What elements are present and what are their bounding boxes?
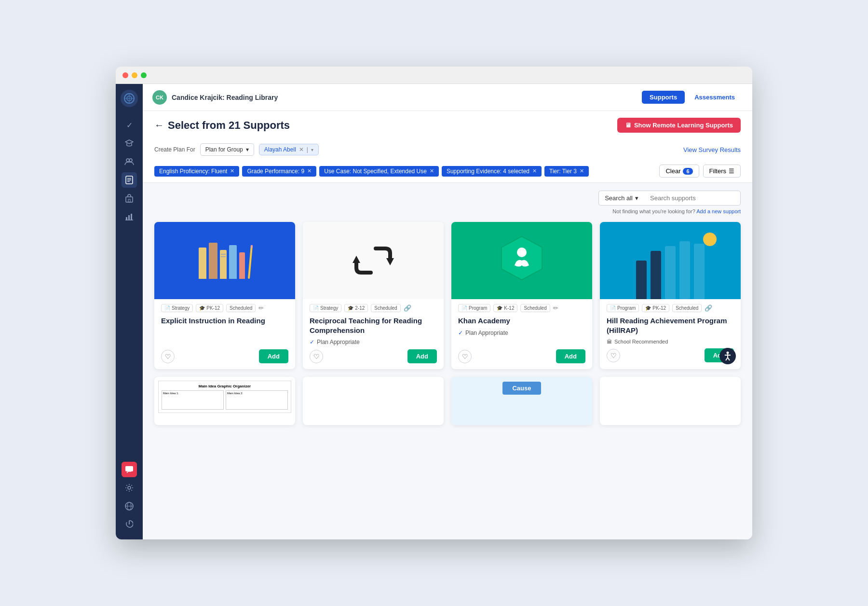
search-all-label: Search all [605, 194, 633, 202]
view-survey-button[interactable]: View Survey Results [683, 146, 741, 153]
strategy-r-icon: 📄 [313, 305, 319, 311]
sidebar-icon-power[interactable] [122, 517, 137, 532]
card-explicit-meta: 📄 Strategy 🎓 PK-12 Scheduled [161, 304, 288, 312]
top-nav: CK Candice Krajcik: Reading Library Supp… [143, 84, 752, 111]
card-khan-title: Khan Academy [458, 316, 585, 326]
plan-appropriate-reciprocal: ✓ Plan Appropriate [310, 339, 437, 345]
sidebar-icon-chart[interactable] [122, 209, 137, 224]
edit-icon-explicit[interactable]: ✏ [258, 304, 264, 312]
grade-h-label: PK-12 [652, 305, 666, 311]
meta-tag-strategy: 📄 Strategy [161, 304, 193, 312]
filters-icon: ☰ [729, 167, 734, 175]
cards-grid: 📄 Strategy 🎓 PK-12 Scheduled [154, 222, 741, 369]
grade-r-label: 2-12 [355, 305, 365, 311]
tag-english-remove[interactable]: ✕ [230, 168, 234, 174]
strategy-icon: 📄 [164, 305, 170, 311]
search-row: Search all ▾ [154, 191, 741, 206]
svg-rect-13 [126, 217, 127, 220]
nav-title: Candice Krajcik: Reading Library [172, 94, 642, 101]
meta-tag-grade-k: 🎓 K-12 [493, 304, 517, 312]
sidebar: ✓ [116, 84, 143, 539]
plan-label-k: Plan Appropriate [465, 330, 508, 336]
add-button-reciprocal[interactable]: Add [407, 349, 437, 363]
edit-icon-hill[interactable]: 🔗 [705, 304, 712, 312]
tag-grade-label: Grade Performance: 9 [247, 168, 304, 175]
tags-row: English Proficiency: Fluent ✕ Grade Perf… [154, 161, 741, 182]
minimize-dot[interactable] [132, 72, 137, 78]
tag-tier: Tier: Tier 3 ✕ [544, 166, 589, 177]
back-arrow[interactable]: ← [154, 120, 164, 131]
heart-button-hill[interactable]: ♡ [607, 349, 620, 362]
plan-select[interactable]: Plan for Group ▾ [200, 143, 254, 156]
student-chip-remove[interactable]: ✕ [299, 146, 304, 153]
search-all-button[interactable]: Search all ▾ [598, 191, 644, 206]
search-input[interactable] [644, 191, 741, 206]
card-hill-title: Hill Reading Achievement Program (HillRA… [607, 316, 734, 335]
sidebar-icon-building[interactable] [122, 191, 137, 206]
meta-tag-program-h: 📄 Program [607, 304, 639, 312]
tag-use-case: Use Case: Not Specified, Extended Use ✕ [319, 166, 439, 177]
svg-rect-16 [125, 466, 133, 471]
edit-icon-reciprocal[interactable]: 🔗 [404, 304, 411, 312]
sidebar-icon-chat[interactable] [122, 462, 137, 477]
clear-button[interactable]: Clear 6 [659, 165, 699, 178]
sidebar-icon-graduate[interactable] [122, 136, 137, 151]
svg-point-5 [129, 159, 132, 162]
student-chip-caret[interactable]: ▾ [311, 147, 313, 152]
plan-caret: ▾ [246, 146, 249, 153]
svg-marker-23 [502, 236, 542, 280]
heart-button-explicit[interactable]: ♡ [161, 350, 175, 363]
svg-point-17 [128, 486, 131, 489]
program-h-label: Program [617, 305, 636, 311]
tag-evidence-remove[interactable]: ✕ [532, 168, 537, 174]
card-explicit-footer: ♡ Add [161, 349, 288, 363]
heart-button-khan[interactable]: ♡ [458, 350, 472, 363]
card-reciprocal-title: Reciprocal Teaching for Reading Comprehe… [310, 316, 437, 335]
sidebar-icon-globe[interactable] [122, 498, 137, 514]
heart-button-reciprocal[interactable]: ♡ [310, 350, 323, 363]
card-khan-footer: ♡ Add [458, 349, 585, 363]
meta-tag-scheduled-r: Scheduled [371, 304, 400, 312]
sidebar-icon-group[interactable] [122, 154, 137, 169]
card-reciprocal-meta: 📄 Strategy 🎓 2-12 Scheduled [310, 304, 437, 312]
tag-use-remove[interactable]: ✕ [430, 168, 434, 174]
content-area: Search all ▾ Not finding what you're loo… [143, 183, 752, 539]
nav-buttons: Supports Assessments [642, 91, 743, 104]
grade-r-icon: 🎓 [348, 305, 353, 311]
close-dot[interactable] [122, 72, 128, 78]
remote-learning-button[interactable]: 🖥 Show Remote Learning Supports [617, 118, 741, 133]
meta-tag-grade: 🎓 PK-12 [196, 304, 223, 312]
school-rec-label: School Recommended [614, 339, 668, 344]
page-title-row: ← Select from 21 Supports 🖥 Show Remote … [154, 118, 741, 133]
card-cause-preview: Cause [451, 377, 592, 425]
svg-rect-14 [128, 215, 130, 220]
add-button-khan[interactable]: Add [556, 349, 585, 363]
card-explicit-body: 📄 Strategy 🎓 PK-12 Scheduled [154, 299, 295, 369]
supports-button[interactable]: Supports [642, 91, 685, 104]
meta-tag-grade-h: 🎓 PK-12 [642, 304, 669, 312]
add-new-support-link[interactable]: Add a new support [696, 208, 741, 214]
meta-tag-strategy-r: 📄 Strategy [310, 304, 341, 312]
tag-grade-remove[interactable]: ✕ [307, 168, 312, 174]
tag-tier-remove[interactable]: ✕ [580, 168, 584, 174]
plan-label-r: Plan Appropriate [317, 339, 360, 345]
card-hill-rap: 📄 Program 🎓 PK-12 Scheduled [600, 222, 741, 369]
sidebar-icon-gear[interactable] [122, 480, 137, 496]
accessibility-button[interactable] [719, 348, 736, 364]
grade-icon: 🎓 [199, 305, 205, 311]
svg-marker-21 [386, 258, 394, 265]
page-header: ← Select from 21 Supports 🖥 Show Remote … [143, 111, 752, 183]
grade-label: PK-12 [206, 305, 220, 311]
edit-icon-khan[interactable]: ✏ [553, 304, 558, 312]
tag-english-proficiency: English Proficiency: Fluent ✕ [154, 166, 239, 177]
svg-rect-15 [131, 214, 132, 220]
sidebar-icon-document[interactable] [122, 172, 137, 188]
sidebar-icon-check[interactable]: ✓ [122, 117, 137, 133]
add-button-explicit[interactable]: Add [259, 349, 288, 363]
assessments-button[interactable]: Assessments [687, 91, 743, 104]
meta-tag-scheduled: Scheduled [226, 304, 256, 312]
school-recommended-hill: 🏛 School Recommended [607, 339, 734, 344]
card-reciprocal-footer: ♡ Add [310, 349, 437, 363]
filters-button[interactable]: Filters ☰ [703, 165, 741, 178]
maximize-dot[interactable] [141, 72, 147, 78]
